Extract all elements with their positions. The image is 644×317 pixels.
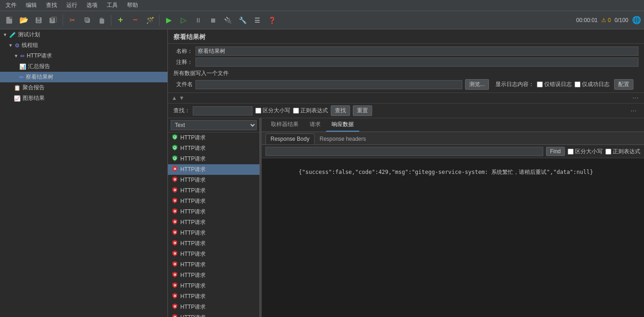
find-input[interactable] xyxy=(265,147,543,156)
menu-find[interactable]: 查找 xyxy=(44,0,59,10)
list-item[interactable]: ✕ HTTP请求 xyxy=(168,238,259,249)
status-error-icon: ✕ xyxy=(172,197,178,205)
result-case-checkbox[interactable]: 区分大小写 xyxy=(568,148,603,156)
list-item[interactable]: ✕ HTTP请求 xyxy=(168,164,259,175)
list-item[interactable]: ✕ HTTP请求 xyxy=(168,207,259,217)
list-item[interactable]: ✓ HTTP请求 xyxy=(168,154,259,164)
list-item[interactable]: ✕ HTTP请求 xyxy=(168,259,259,270)
case-sensitive-check[interactable] xyxy=(255,108,261,114)
name-input[interactable] xyxy=(196,46,638,56)
list-pane: Text ✓ HTTP请求 ✓ HTTP请求 ✓ HTTP请求 xyxy=(168,118,260,317)
list-item[interactable]: ✕ HTTP请求 xyxy=(168,228,259,238)
stop-button[interactable]: ⏹ xyxy=(207,14,219,27)
list-item[interactable]: ✕ HTTP请求 xyxy=(168,175,259,185)
config-button-form[interactable]: 配置 xyxy=(614,79,633,90)
config-button[interactable]: 🔧 xyxy=(236,14,249,27)
report-icon: 📊 xyxy=(19,63,26,70)
result-case-label: 区分大小写 xyxy=(575,148,603,156)
success-only-check[interactable] xyxy=(575,81,581,87)
list-item[interactable]: ✕ HTTP请求 xyxy=(168,291,259,302)
save-all-button[interactable] xyxy=(47,14,60,27)
list-item[interactable]: ✕ HTTP请求 xyxy=(168,302,259,312)
sidebar-item-thread-group[interactable]: ▼ ⚙ 线程组 xyxy=(0,40,167,51)
case-sensitive-checkbox[interactable]: 区分大小写 xyxy=(255,107,290,115)
tab-sampler-result[interactable]: 取样器结果 xyxy=(265,118,304,132)
up-icon[interactable]: ▲ xyxy=(172,95,177,101)
more-dots-1[interactable]: ··· xyxy=(631,94,640,102)
tab-response-data[interactable]: 响应数据 xyxy=(326,118,359,132)
warning-badge: ⚠ 0 xyxy=(601,17,611,23)
sidebar-label-graph: 图形结果 xyxy=(23,94,45,102)
svg-text:✕: ✕ xyxy=(173,231,177,235)
file-input[interactable] xyxy=(196,80,462,89)
play-check-button[interactable]: ▷ xyxy=(177,14,190,27)
list-item-label: HTTP请求 xyxy=(180,208,206,216)
sidebar-item-graph[interactable]: 📈 图形结果 xyxy=(0,93,167,104)
sidebar-item-http[interactable]: ▼ ✏ HTTP请求 xyxy=(0,51,167,61)
list-item-label: HTTP请求 xyxy=(180,293,206,300)
sidebar-item-summary-report[interactable]: 📊 汇总报告 xyxy=(0,61,167,72)
cut-button[interactable]: ✂ xyxy=(66,14,79,27)
paste-button[interactable] xyxy=(95,14,108,27)
list-item[interactable]: ✓ HTTP请求 xyxy=(168,133,259,143)
copy-button[interactable] xyxy=(80,14,93,27)
new-file-button[interactable] xyxy=(3,14,16,27)
sidebar-item-agg-report[interactable]: 📋 聚合报告 xyxy=(0,82,167,93)
menu-tools[interactable]: 工具 xyxy=(105,0,120,10)
browse-button[interactable]: 测览... xyxy=(465,79,489,90)
help-button[interactable]: ❓ xyxy=(265,14,278,27)
response-body-text: {"success":false,"code":429,"msg":"giteg… xyxy=(299,169,593,175)
find-result-button[interactable]: Find xyxy=(546,147,565,156)
menu-edit[interactable]: 编辑 xyxy=(24,0,39,10)
regex-check[interactable] xyxy=(293,108,299,114)
remote-button[interactable]: 🔌 xyxy=(221,14,234,27)
success-only-checkbox[interactable]: 仅成功日志 xyxy=(575,81,610,88)
name-row: 名称： xyxy=(173,46,638,56)
down-icon[interactable]: ▼ xyxy=(179,95,184,101)
open-button[interactable]: 📂 xyxy=(17,14,30,27)
tab-request[interactable]: 请求 xyxy=(304,118,326,132)
list-item[interactable]: ✕ HTTP请求 xyxy=(168,196,259,207)
result-pane: 取样器结果 请求 响应数据 Response Body Response hea… xyxy=(262,118,644,317)
result-regex-checkbox[interactable]: 正则表达式 xyxy=(605,148,640,156)
regex-checkbox[interactable]: 正则表达式 xyxy=(293,107,328,115)
list-item[interactable]: ✕ HTTP请求 xyxy=(168,185,259,196)
menu-run[interactable]: 运行 xyxy=(64,0,79,10)
list-toolbar: Text xyxy=(168,118,259,133)
format-dropdown[interactable]: Text xyxy=(171,120,257,130)
search-input[interactable] xyxy=(193,106,253,115)
play-button[interactable]: ▶ xyxy=(162,14,175,27)
result-case-check[interactable] xyxy=(568,149,574,155)
menu-help[interactable]: 帮助 xyxy=(125,0,140,10)
error-only-checkbox[interactable]: 仅错误日志 xyxy=(537,81,572,88)
status-error-icon: ✕ xyxy=(172,166,178,173)
sub-tab-response-body[interactable]: Response Body xyxy=(265,133,315,144)
result-regex-check[interactable] xyxy=(605,149,611,155)
list-item[interactable]: ✓ HTTP请求 xyxy=(168,143,259,154)
expand-icon-3: ▼ xyxy=(14,53,18,58)
remove-button[interactable]: − xyxy=(129,14,142,27)
list-item[interactable]: ✕ HTTP请求 xyxy=(168,217,259,228)
list-item[interactable]: ✕ HTTP请求 xyxy=(168,281,259,291)
pause-button[interactable]: ⏸ xyxy=(192,14,205,27)
list-item[interactable]: ✕ HTTP请求 xyxy=(168,249,259,259)
comment-input[interactable] xyxy=(196,58,638,67)
more-dots-2[interactable]: ··· xyxy=(629,107,638,115)
sidebar-item-test-plan[interactable]: ▼ 🧪 测试计划 xyxy=(0,29,167,40)
reset-button[interactable]: 重置 xyxy=(353,105,372,116)
svg-text:✕: ✕ xyxy=(173,273,177,277)
add-button[interactable]: + xyxy=(114,14,127,27)
menu-options[interactable]: 选项 xyxy=(85,0,99,10)
list-button[interactable]: ☰ xyxy=(251,14,264,27)
svg-text:✕: ✕ xyxy=(173,315,177,317)
list-item[interactable]: ✕ HTTP请求 xyxy=(168,270,259,281)
sidebar-item-result-tree[interactable]: ✏ 察看结果树 xyxy=(0,72,167,82)
menu-file[interactable]: 文件 xyxy=(4,0,18,10)
toolbar: 📂 ✂ + − 🪄 ▶ ▷ ⏸ ⏹ 🔌 🔧 ☰ xyxy=(0,11,644,29)
wand-button[interactable]: 🪄 xyxy=(144,14,156,27)
save-button[interactable] xyxy=(32,14,45,27)
sub-tab-response-headers[interactable]: Response headers xyxy=(315,133,371,144)
find-button[interactable]: 查找 xyxy=(331,105,350,116)
list-item[interactable]: ✕ HTTP请求 xyxy=(168,312,259,317)
error-only-check[interactable] xyxy=(537,81,543,87)
